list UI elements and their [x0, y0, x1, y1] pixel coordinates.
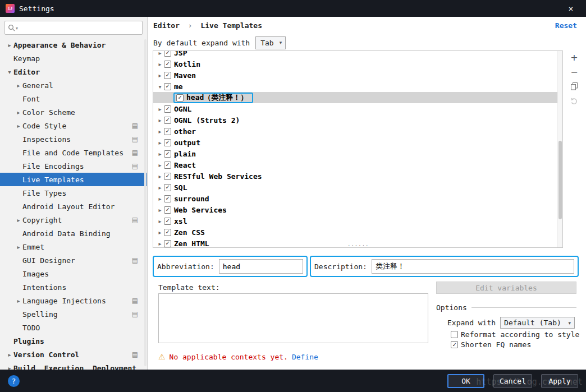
chevron-right-icon[interactable]: ▸	[156, 162, 164, 168]
group-checkbox[interactable]	[164, 229, 171, 236]
group-checkbox[interactable]	[164, 173, 171, 180]
sidebar-item-file-encodings[interactable]: File Encodings▤	[0, 159, 147, 173]
tree-row-kotlin[interactable]: ▸Kotlin	[153, 58, 562, 70]
reset-link[interactable]: Reset	[555, 21, 577, 30]
group-checkbox[interactable]	[164, 139, 171, 146]
group-checkbox[interactable]	[164, 117, 171, 124]
tree-row-web-services[interactable]: ▸Web Services	[153, 204, 562, 215]
chevron-right-icon[interactable]: ▸	[156, 117, 164, 123]
group-checkbox[interactable]	[164, 206, 171, 214]
close-icon[interactable]: ✕	[561, 0, 580, 17]
chevron-right-icon[interactable]: ▸	[156, 207, 164, 213]
group-checkbox[interactable]	[164, 240, 171, 247]
tree-row-react[interactable]: ▸React	[153, 159, 562, 170]
sidebar-item-version-control[interactable]: ▸Version Control▤	[0, 348, 147, 361]
tree-row-surround[interactable]: ▸surround	[153, 193, 562, 204]
tree-row-head[interactable]: head（类注释！）	[153, 92, 562, 103]
chevron-right-icon[interactable]: ▸	[156, 50, 164, 56]
chevron-right-icon[interactable]: ▸	[156, 61, 164, 67]
restore-defaults-button[interactable]	[568, 95, 580, 107]
tree-row-jsp[interactable]: ▸JSP	[153, 50, 562, 58]
shorten-fq-checkbox[interactable]	[451, 341, 458, 348]
chevron-right-icon[interactable]: ▸	[156, 173, 164, 179]
group-checkbox[interactable]	[164, 195, 171, 202]
edit-variables-button[interactable]: Edit variables	[436, 282, 576, 294]
chevron-right-icon[interactable]: ▸	[15, 298, 22, 304]
sidebar-item-code-style[interactable]: ▸Code Style▤	[0, 119, 147, 132]
chevron-right-icon[interactable]: ▸	[156, 151, 164, 157]
sidebar-item-file-and-code-templates[interactable]: File and Code Templates▤	[0, 146, 147, 159]
group-checkbox[interactable]	[164, 105, 171, 113]
remove-template-button[interactable]: −	[568, 66, 580, 77]
sidebar-item-copyright[interactable]: ▸Copyright▤	[0, 213, 147, 227]
tree-row-ognl[interactable]: ▸OGNL	[153, 103, 562, 114]
tree-row-ognl-struts-2[interactable]: ▸OGNL (Struts 2)	[153, 114, 562, 126]
tree-row-output[interactable]: ▸output	[153, 137, 562, 148]
abbreviation-input[interactable]	[219, 259, 303, 274]
tree-row-restful-web-services[interactable]: ▸RESTful Web Services	[153, 170, 562, 182]
sidebar-item-language-injections[interactable]: ▸Language Injections▤	[0, 294, 147, 307]
search-box[interactable]: ▾	[4, 21, 143, 35]
search-input[interactable]	[20, 24, 139, 32]
duplicate-template-button[interactable]	[568, 81, 580, 92]
reformat-checkbox[interactable]	[451, 331, 458, 338]
sidebar-item-emmet[interactable]: ▸Emmet	[0, 240, 147, 253]
sidebar-item-appearance-behavior[interactable]: ▸Appearance & Behavior	[0, 38, 147, 52]
chevron-right-icon[interactable]: ▸	[156, 185, 164, 191]
tree-row-other[interactable]: ▸other	[153, 126, 562, 137]
chevron-down-icon[interactable]: ▾	[6, 69, 13, 75]
chevron-right-icon[interactable]: ▸	[6, 352, 13, 358]
sidebar-item-file-types[interactable]: File Types	[0, 186, 147, 200]
sidebar-item-images[interactable]: Images	[0, 267, 147, 280]
apply-button[interactable]: Apply	[541, 374, 578, 388]
chevron-right-icon[interactable]: ▸	[15, 109, 22, 116]
group-checkbox[interactable]	[164, 162, 171, 169]
tree-row-zen-css[interactable]: ▸Zen CSS	[153, 227, 562, 238]
chevron-right-icon[interactable]: ▸	[6, 42, 13, 48]
template-checkbox[interactable]	[176, 94, 184, 102]
cancel-button[interactable]: Cancel	[493, 374, 532, 388]
group-checkbox[interactable]	[164, 72, 171, 79]
sidebar-item-intentions[interactable]: Intentions	[0, 280, 147, 294]
sidebar-item-keymap[interactable]: Keymap	[0, 52, 147, 65]
tree-row-xsl[interactable]: ▸xsl	[153, 215, 562, 227]
sidebar-item-plugins[interactable]: Plugins	[0, 334, 147, 348]
tree-row-sql[interactable]: ▸SQL	[153, 182, 562, 193]
help-button[interactable]: ?	[8, 375, 20, 387]
sidebar-scrollbar[interactable]	[144, 39, 146, 366]
sidebar-item-build-execution-deployment[interactable]: ▸Build, Execution, Deployment	[0, 361, 147, 370]
chevron-right-icon[interactable]: ▸	[15, 244, 22, 250]
breadcrumb-editor[interactable]: Editor	[153, 21, 180, 30]
sidebar-item-editor[interactable]: ▾Editor	[0, 65, 147, 79]
tree-row-plain[interactable]: ▸plain	[153, 148, 562, 159]
tree-scrollbar[interactable]	[557, 51, 562, 247]
group-checkbox[interactable]	[164, 50, 171, 57]
default-expand-select[interactable]: Tab ▾	[255, 36, 286, 49]
group-checkbox[interactable]	[164, 150, 171, 158]
group-checkbox[interactable]	[164, 128, 171, 135]
chevron-right-icon[interactable]: ▸	[15, 123, 22, 129]
tree-row-me[interactable]: ▾me	[153, 81, 562, 92]
description-input[interactable]	[372, 259, 574, 274]
chevron-down-icon[interactable]: ▾	[156, 84, 164, 90]
chevron-right-icon[interactable]: ▸	[156, 241, 164, 247]
ok-button[interactable]: OK	[447, 374, 484, 388]
chevron-right-icon[interactable]: ▸	[156, 218, 164, 224]
sidebar-item-gui-designer[interactable]: GUI Designer▤	[0, 253, 147, 267]
splitter-grip[interactable]: ······	[347, 243, 369, 248]
sidebar-item-general[interactable]: ▸General	[0, 79, 147, 92]
sidebar-item-android-layout-editor[interactable]: Android Layout Editor	[0, 200, 147, 213]
chevron-right-icon[interactable]: ▸	[15, 217, 22, 223]
chevron-right-icon[interactable]: ▸	[15, 82, 22, 89]
chevron-right-icon[interactable]: ▸	[156, 229, 164, 236]
tree-row-maven[interactable]: ▸Maven	[153, 70, 562, 81]
sidebar-item-font[interactable]: Font	[0, 92, 147, 105]
sidebar-item-live-templates[interactable]: Live Templates	[0, 173, 147, 186]
sidebar-item-inspections[interactable]: Inspections▤	[0, 132, 147, 146]
sidebar-item-todo[interactable]: TODO	[0, 321, 147, 334]
group-checkbox[interactable]	[164, 83, 171, 90]
chevron-right-icon[interactable]: ▸	[156, 72, 164, 79]
sidebar-item-android-data-binding[interactable]: Android Data Binding	[0, 227, 147, 240]
chevron-right-icon[interactable]: ▸	[156, 140, 164, 146]
sidebar-item-color-scheme[interactable]: ▸Color Scheme	[0, 105, 147, 119]
